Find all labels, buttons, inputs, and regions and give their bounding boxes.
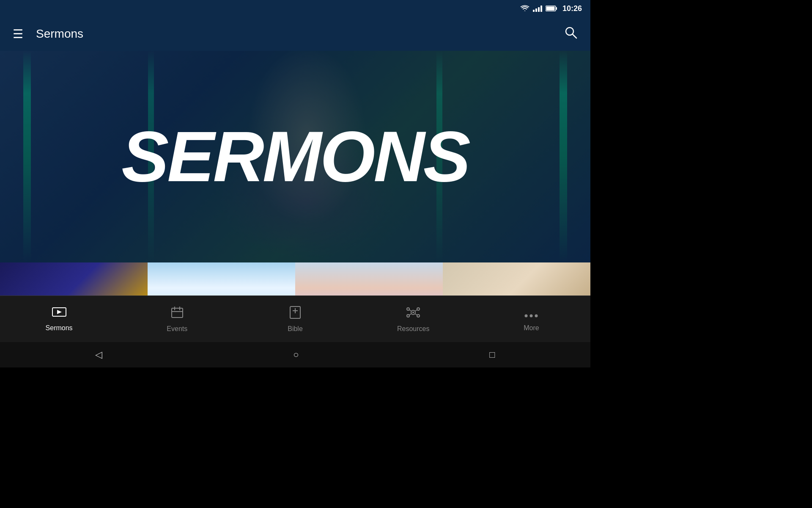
bottom-nav: Sermons Events Bible	[0, 295, 590, 342]
nav-resources[interactable]: Resources	[354, 306, 472, 333]
svg-line-21	[415, 310, 417, 311]
bible-nav-label: Bible	[288, 325, 303, 333]
sermons-nav-icon	[52, 306, 67, 322]
svg-rect-1	[556, 7, 557, 10]
battery-icon	[546, 5, 557, 12]
bible-nav-icon	[289, 306, 302, 323]
android-home-button[interactable]: ○	[293, 349, 299, 360]
wifi-icon	[520, 5, 529, 12]
more-nav-icon	[524, 306, 539, 322]
status-bar: 10:26	[0, 0, 590, 17]
hero-title: SERMONS	[0, 121, 590, 192]
signal-icon	[533, 5, 542, 12]
nav-sermons[interactable]: Sermons	[0, 306, 118, 332]
svg-line-4	[573, 34, 576, 38]
status-time: 10:26	[562, 4, 582, 13]
events-nav-label: Events	[167, 325, 187, 333]
svg-point-19	[417, 315, 420, 317]
nav-events[interactable]: Events	[118, 306, 236, 333]
svg-point-24	[525, 315, 528, 318]
svg-line-20	[409, 310, 411, 311]
svg-marker-6	[57, 310, 62, 314]
events-nav-icon	[170, 306, 184, 323]
svg-point-25	[530, 315, 533, 318]
hero-background: SERMONS	[0, 51, 590, 262]
svg-rect-7	[172, 308, 183, 318]
resources-nav-icon	[406, 306, 421, 323]
android-back-button[interactable]: ◁	[95, 349, 102, 360]
svg-line-23	[415, 314, 417, 315]
hero-banner: SERMONS	[0, 51, 590, 262]
nav-bible[interactable]: Bible	[236, 306, 354, 333]
android-nav-bar: ◁ ○ □	[0, 342, 590, 367]
svg-point-15	[412, 312, 414, 313]
menu-icon[interactable]: ☰	[13, 27, 23, 41]
svg-rect-2	[546, 7, 554, 11]
svg-line-22	[409, 314, 411, 315]
android-recent-button[interactable]: □	[489, 349, 495, 360]
search-button[interactable]	[564, 26, 578, 42]
svg-point-16	[407, 308, 409, 310]
app-bar-title: Sermons	[36, 27, 564, 41]
nav-more[interactable]: More	[472, 306, 590, 332]
more-nav-label: More	[524, 324, 539, 332]
search-icon	[564, 26, 578, 39]
status-icons: 10:26	[520, 4, 582, 13]
resources-nav-label: Resources	[397, 325, 429, 333]
sermons-nav-label: Sermons	[46, 324, 73, 332]
svg-point-17	[417, 308, 420, 310]
svg-point-18	[407, 315, 409, 317]
app-bar: ☰ Sermons	[0, 17, 590, 51]
svg-point-26	[535, 315, 538, 318]
